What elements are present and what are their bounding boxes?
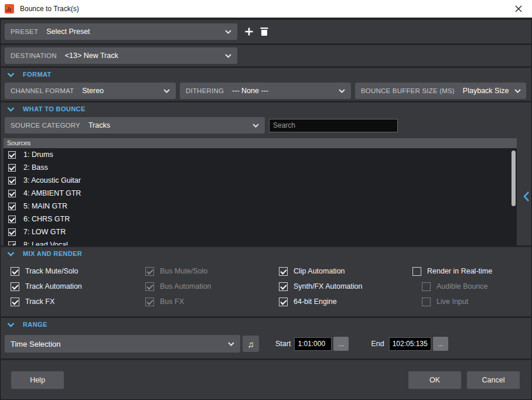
format-section: FORMAT CHANNEL FORMAT Stereo DITHERING -… [0,68,532,101]
source-checkbox[interactable] [8,151,16,159]
source-checkbox[interactable] [8,177,16,184]
range-selection-value: Time Selection [11,340,61,348]
checkbox[interactable] [412,267,421,276]
dithering-value: --- None --- [232,87,268,95]
source-label: 8: Lead Vocal [23,241,68,245]
destination-label: DESTINATION [11,52,57,59]
preset-label: PRESET [11,28,38,35]
bounce-buffer-size-value: Playback Size [463,87,509,95]
chevron-left-icon [523,191,530,202]
delete-preset-button[interactable] [257,24,271,39]
source-category-dropdown[interactable]: SOURCE CATEGORY Tracks [5,117,265,134]
section-collapse-icon[interactable] [7,107,15,112]
chevron-down-icon [253,124,259,128]
chevron-down-icon [339,89,345,93]
start-label: Start [275,340,291,348]
chevron-down-icon [514,89,521,93]
mix-option-label: Track FX [25,298,54,306]
mix-and-render-section-header: MIX AND RENDER [0,247,532,258]
channel-format-dropdown[interactable]: CHANNEL FORMAT Stereo [5,83,176,99]
destination-row: DESTINATION <13> New Track [0,45,532,66]
sources-scrollbar-thumb[interactable] [511,151,516,206]
section-collapse-icon[interactable] [7,73,15,77]
source-label: 1: Drums [23,151,53,159]
start-more-button[interactable]: ... [333,337,349,351]
sources-list: 1: Drums 2: Bass 3: Acoustic Guitar 4: A… [4,148,517,245]
end-time-input[interactable] [389,337,431,351]
app-icon [5,4,14,13]
close-icon[interactable] [511,1,526,16]
footer-bar: Help OK Cancel [0,360,532,400]
section-collapse-icon[interactable] [7,252,15,257]
preset-value: Select Preset [46,28,90,36]
source-row: 3: Acoustic Guitar [4,174,517,187]
mix-option: Render in Real-time [412,264,492,279]
dithering-dropdown[interactable]: DITHERING --- None --- [180,83,351,99]
mix-and-render-section-title: MIX AND RENDER [23,250,82,258]
search-input[interactable] [269,119,398,132]
end-more-button[interactable]: ... [433,337,448,351]
what-to-bounce-section: WHAT TO BOUNCE SOURCE CATEGORY Tracks So… [0,102,532,245]
checkbox[interactable] [422,298,431,306]
mix-option-label: Clip Automation [294,267,345,275]
checkbox[interactable] [11,298,19,306]
destination-dropdown[interactable]: DESTINATION <13> New Track [5,47,237,64]
plus-icon [244,27,254,36]
format-controls: CHANNEL FORMAT Stereo DITHERING --- None… [0,83,532,99]
range-selection-dropdown[interactable]: Time Selection [5,335,240,353]
mix-option-label: Live Input [436,298,468,306]
preset-dropdown[interactable]: PRESET Select Preset [5,23,237,40]
ok-button[interactable]: OK [408,371,461,389]
checkbox[interactable] [279,298,288,306]
mix-option: Live Input [422,294,492,309]
chevron-down-icon [228,342,234,346]
section-collapse-icon[interactable] [7,323,15,327]
source-checkbox[interactable] [8,216,16,223]
mix-option: Track FX [11,294,145,309]
channel-format-value: Stereo [82,87,104,95]
checkbox[interactable] [11,282,19,291]
source-category-label: SOURCE CATEGORY [11,122,80,129]
trash-icon [260,27,268,36]
checkbox[interactable] [145,298,154,306]
start-time-input[interactable] [294,337,332,351]
mix-option: Clip Automation [279,264,412,279]
channel-format-label: CHANNEL FORMAT [11,87,74,94]
sources-list-header: Sources [4,138,517,148]
help-button[interactable]: Help [11,371,64,389]
collapse-panel-button[interactable] [522,190,530,202]
checkbox[interactable] [145,267,154,276]
checkbox[interactable] [279,282,288,291]
source-checkbox[interactable] [8,241,16,246]
checkbox[interactable] [279,267,288,276]
chevron-down-icon [225,54,231,58]
mix-option-label: Bus FX [160,298,184,306]
source-checkbox[interactable] [8,228,16,236]
checkbox[interactable] [422,282,431,291]
mix-option: Track Automation [11,279,145,294]
source-label: 2: Bass [23,163,48,172]
music-note-icon: ♫ [247,339,254,349]
mix-option: Bus FX [145,294,279,309]
range-controls-row: Time Selection ♫ Start ... End ... [0,335,532,353]
cancel-button[interactable]: Cancel [467,371,520,389]
format-section-title: FORMAT [23,71,52,78]
source-label: 5: MAIN GTR [23,202,67,210]
mix-option-label: Synth/FX Automation [294,282,362,290]
range-section: RANGE Time Selection ♫ Start ... End ... [0,318,532,358]
source-checkbox[interactable] [8,203,16,210]
source-category-row: SOURCE CATEGORY Tracks [0,117,532,134]
preset-row: PRESET Select Preset [0,20,532,43]
mix-option: Bus Mute/Solo [145,264,279,279]
snap-to-musical-time-button[interactable]: ♫ [243,336,259,352]
source-row: 4: AMBIENT GTR [4,187,517,200]
dithering-label: DITHERING [186,87,224,94]
add-preset-button[interactable] [242,24,256,39]
source-checkbox[interactable] [8,164,16,172]
source-label: 3: Acoustic Guitar [23,176,81,184]
checkbox[interactable] [11,267,19,276]
source-row: 7: LOW GTR [4,225,517,238]
bounce-buffer-size-dropdown[interactable]: BOUNCE BUFFER SIZE (MS) Playback Size [355,83,526,99]
source-checkbox[interactable] [8,190,16,197]
checkbox[interactable] [145,282,154,291]
